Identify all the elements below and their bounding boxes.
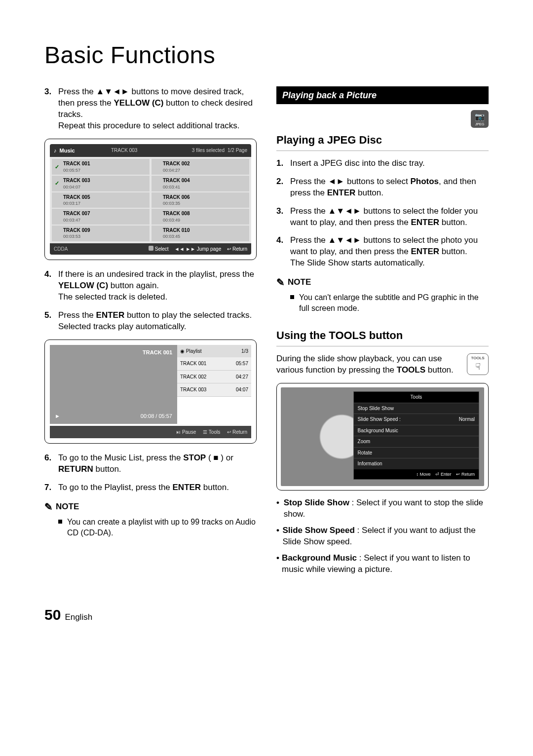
yellow-c: YELLOW (C) <box>58 281 108 290</box>
arrow-icons: ▲▼◄► <box>328 235 361 245</box>
txt: Selected tracks play automatically. <box>58 322 187 331</box>
pl-name: TRACK 003 <box>180 386 206 393</box>
select-hint: Select <box>149 246 169 253</box>
jpeg-step-4: 4. Press the ▲▼◄► buttons to select the … <box>276 235 489 269</box>
cdda-label: CDDA <box>54 246 68 253</box>
playlist-row: TRACK 00304:07 <box>177 383 251 397</box>
tools-row: Zoom <box>354 436 479 447</box>
track-name: TRACK 006 <box>163 194 190 201</box>
track-row: TRACK 00800:03:49 <box>152 209 249 225</box>
tools-row-label: Stop Slide Show <box>358 405 394 412</box>
track-row: TRACK 00200:04:27 <box>152 159 249 175</box>
move-hint: ↕ Move <box>416 471 430 477</box>
stop-icon: ( ■ ) <box>206 453 226 462</box>
note-label: NOTE <box>288 277 311 288</box>
txt: button. <box>93 464 121 474</box>
tools-row-label: Slide Show Speed : <box>358 416 401 423</box>
pl-name: TRACK 002 <box>180 374 206 380</box>
tools-row-label: Background Music <box>358 427 398 434</box>
step-num: 4. <box>276 235 290 269</box>
page-indicator: 1/2 Page <box>228 147 247 154</box>
txt: button. <box>201 483 229 492</box>
step-num: 6. <box>44 453 58 475</box>
check-icon: ✓ <box>55 163 61 171</box>
music-title: Music <box>60 147 108 154</box>
disc-icon: ◉ <box>180 348 185 354</box>
txt: button. <box>425 365 454 375</box>
note-body: You can create a playlist with up to 99 … <box>58 517 257 538</box>
tools-icon: ☰ <box>203 429 207 435</box>
track-row: ✓TRACK 00100:05:57 <box>52 159 150 175</box>
pause-hint: ⏯ Pause <box>176 429 196 436</box>
track-name: TRACK 003 <box>63 177 90 184</box>
step-body: To go to the Playlist, press the ENTER b… <box>58 482 257 493</box>
step-3: 3. Press the ▲▼◄► buttons to move desire… <box>44 86 257 132</box>
bullet-icon <box>290 295 294 299</box>
bullet-item: Background Music : Select if you want to… <box>276 553 489 575</box>
tools-bullets: Stop Slide Show : Select if you want to … <box>276 497 489 575</box>
txt: button. <box>355 188 383 197</box>
track-dur: 00:03:49 <box>163 217 190 223</box>
playlist-panel: ◉ Playlist 1/3 TRACK 00105:57 TRACK 0020… <box>177 345 251 424</box>
track-name: TRACK 010 <box>163 227 190 234</box>
enter-btn: ENTER <box>411 247 439 256</box>
photos: Photos <box>410 177 439 186</box>
txt: The Slide Show starts automatically. <box>290 258 425 267</box>
tools-row-label: Information <box>358 460 382 467</box>
txt: The selected track is deleted. <box>58 292 167 302</box>
camera-icon: 📷 <box>475 112 485 122</box>
step-body: Press the ◄► buttons to select Photos, a… <box>290 176 489 199</box>
left-column: 3. Press the ▲▼◄► buttons to move desire… <box>44 86 257 580</box>
track-name: TRACK 004 <box>163 177 190 184</box>
page-footer: 50 English <box>44 605 489 625</box>
arrow-icons: ▲▼◄► <box>96 87 129 96</box>
step-num: 3. <box>276 206 290 228</box>
music-header: ♪ Music TRACK 003 3 files selected 1/2 P… <box>50 144 251 157</box>
txt: To go to the Playlist, press the <box>58 483 173 492</box>
music-list-screenshot: ♪ Music TRACK 003 3 files selected 1/2 P… <box>44 139 257 261</box>
jpeg-badge: 📷 JPEG <box>471 110 489 128</box>
hand-icon: ✎ <box>44 500 53 514</box>
jpeg-label: JPEG <box>475 122 484 126</box>
step-num: 7. <box>44 482 58 493</box>
heading-tools-button: Using the TOOLS button <box>276 328 489 346</box>
enter-btn: ENTER <box>411 218 439 227</box>
return-icon: ↩ <box>227 429 231 435</box>
track-dur: 00:03:53 <box>63 233 90 239</box>
pl-name: TRACK 001 <box>180 360 206 367</box>
track-row: TRACK 00900:03:53 <box>52 226 150 241</box>
return-hint: ↩ Return <box>227 246 247 253</box>
hand-icon: ✎ <box>276 276 285 289</box>
track-name: TRACK 005 <box>63 194 90 201</box>
bullet-item: Stop Slide Show : Select if you want to … <box>276 497 489 520</box>
txt: Press the <box>290 206 328 216</box>
track-dur: 00:03:45 <box>163 233 190 239</box>
jpeg-step-1: 1. Insert a JPEG disc into the disc tray… <box>276 158 489 169</box>
step-7: 7. To go to the Playlist, press the ENTE… <box>44 482 257 493</box>
step-body: To go to the Music List, press the STOP … <box>58 453 257 475</box>
playback-screenshot: TRACK 001 ► 00:08 / 05:57 ◉ Playlist 1/3… <box>44 340 257 444</box>
tools-paragraph-wrap: TOOLS ☟ During the slide show playback, … <box>276 353 489 376</box>
tools-row: Background Music <box>354 425 479 436</box>
txt: Repeat this procedure to select addition… <box>58 121 240 130</box>
enter-btn: ENTER <box>96 310 125 320</box>
step-body: Press the ▲▼◄► buttons to select the fol… <box>290 206 489 228</box>
track-row: ✓TRACK 00300:04:07 <box>52 176 150 191</box>
jpeg-step-3: 3. Press the ▲▼◄► buttons to select the … <box>276 206 489 228</box>
skip-icon: ◄◄ ►► <box>175 246 195 252</box>
jump-hint: ◄◄ ►► Jump page <box>175 246 222 253</box>
enter-icon: ⏎ <box>435 472 439 477</box>
section-playing-picture: Playing back a Picture <box>276 86 489 104</box>
step-body: If there is an undesired track in the pl… <box>58 269 257 303</box>
txt: button. <box>439 247 467 256</box>
note-text: You can create a playlist with up to 99 … <box>67 517 257 538</box>
txt: Press the <box>58 87 96 96</box>
track-row: TRACK 00400:03:41 <box>152 176 249 191</box>
note-text: You can't enlarge the subtitle and PG gr… <box>299 292 489 313</box>
preview-time: 00:08 / 05:57 <box>141 413 172 420</box>
music-current: TRACK 003 <box>111 147 137 154</box>
tools-menu: Tools Stop Slide Show Slide Show Speed :… <box>353 391 479 480</box>
return-btn: RETURN <box>58 464 93 474</box>
pl-dur: 05:57 <box>236 360 248 367</box>
play-icon: ► <box>55 413 60 420</box>
